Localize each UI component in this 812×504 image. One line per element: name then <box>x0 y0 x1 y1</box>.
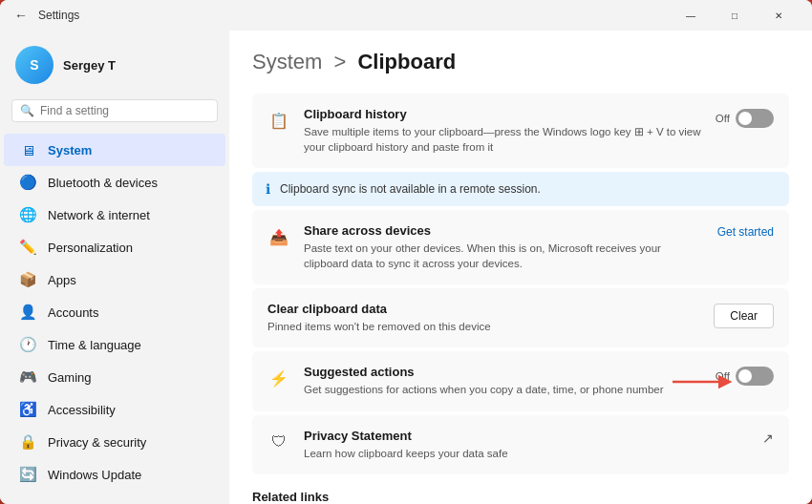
window-title: Settings <box>38 9 79 22</box>
clear-clipboard-body: Clear clipboard data Pinned items won't … <box>267 302 700 334</box>
breadcrumb-parent[interactable]: System <box>252 50 322 74</box>
titlebar: ← Settings — □ ✕ <box>0 0 812 31</box>
clipboard-history-card: 📋 Clipboard history Save multiple items … <box>252 94 789 168</box>
privacy-icon: 🛡 <box>267 430 290 453</box>
sidebar-item-system[interactable]: 🖥 System <box>4 134 225 166</box>
breadcrumb-current: Clipboard <box>357 50 456 74</box>
clear-clipboard-title: Clear clipboard data <box>267 302 700 316</box>
close-button[interactable]: ✕ <box>757 0 801 31</box>
back-button[interactable]: ← <box>11 6 31 25</box>
sidebar-item-bluetooth[interactable]: 🔵 Bluetooth & devices <box>4 166 225 199</box>
sidebar-item-network[interactable]: 🌐 Network & internet <box>4 199 225 231</box>
avatar: S <box>15 46 53 84</box>
notice-bar: ℹ Clipboard sync is not available in a r… <box>252 172 789 206</box>
maximize-button[interactable]: □ <box>713 0 757 31</box>
related-links-header: Related links <box>252 490 789 504</box>
minimize-button[interactable]: — <box>669 0 713 31</box>
clipboard-history-icon: 📋 <box>267 109 290 132</box>
main-content: System > Clipboard 📋 Clipboard history S… <box>229 31 812 504</box>
sidebar-item-privacy[interactable]: 🔒 Privacy & security <box>4 426 225 458</box>
privacy-external-icon[interactable]: ↗ <box>762 430 774 446</box>
sidebar-item-personalization[interactable]: ✏️ Personalization <box>4 231 225 263</box>
sidebar-item-update[interactable]: 🔄 Windows Update <box>4 458 225 491</box>
search-box[interactable]: 🔍 <box>11 99 218 122</box>
privacy-label: Privacy & security <box>48 435 146 450</box>
privacy-body: Privacy Statement Learn how clipboard ke… <box>304 429 749 461</box>
suggested-actions-desc: Get suggestions for actions when you cop… <box>304 382 702 397</box>
bluetooth-label: Bluetooth & devices <box>48 176 158 190</box>
clipboard-history-body: Clipboard history Save multiple items to… <box>304 107 702 155</box>
share-devices-title: Share across devices <box>304 223 704 238</box>
suggested-actions-card: ⚡ Suggested actions Get suggestions for … <box>252 351 789 410</box>
notice-text: Clipboard sync is not available in a rem… <box>280 182 541 196</box>
suggested-actions-title: Suggested actions <box>304 365 702 379</box>
network-icon: 🌐 <box>19 206 36 223</box>
suggested-actions-action: Off <box>716 367 774 386</box>
user-section: S Sergey T <box>0 38 229 99</box>
system-icon: 🖥 <box>19 141 36 158</box>
clipboard-history-toggle[interactable] <box>736 109 774 128</box>
share-devices-icon: 📤 <box>267 225 290 248</box>
sidebar-item-accessibility[interactable]: ♿ Accessibility <box>4 393 225 426</box>
breadcrumb: System > Clipboard <box>252 50 789 74</box>
share-devices-body: Share across devices Paste text on your … <box>304 223 704 271</box>
settings-window: ← Settings — □ ✕ S Sergey T 🔍 🖥 System 🔵… <box>0 0 812 504</box>
time-icon: 🕐 <box>19 336 36 353</box>
accessibility-label: Accessibility <box>48 403 116 417</box>
sidebar-item-time[interactable]: 🕐 Time & language <box>4 328 225 361</box>
sidebar: S Sergey T 🔍 🖥 System 🔵 Bluetooth & devi… <box>0 31 229 504</box>
share-devices-desc: Paste text on your other devices. When t… <box>304 241 704 271</box>
clear-clipboard-desc: Pinned items won't be removed on this de… <box>267 319 700 334</box>
suggested-actions-toggle[interactable] <box>736 367 774 386</box>
info-icon: ℹ <box>266 181 270 197</box>
accounts-label: Accounts <box>48 305 98 320</box>
privacy-statement-card: 🛡 Privacy Statement Learn how clipboard … <box>252 415 789 474</box>
clipboard-history-action: Off <box>716 109 774 128</box>
get-started-button[interactable]: Get started <box>717 225 774 239</box>
search-icon: 🔍 <box>20 104 34 117</box>
clear-clipboard-card: Clear clipboard data Pinned items won't … <box>252 288 789 347</box>
clipboard-history-toggle-label: Off <box>716 113 730 124</box>
sidebar-item-apps[interactable]: 📦 Apps <box>4 263 225 296</box>
network-label: Network & internet <box>48 208 150 222</box>
privacy-icon: 🔒 <box>19 433 36 451</box>
toggle-knob <box>738 112 752 125</box>
time-label: Time & language <box>48 338 141 352</box>
share-devices-card: 📤 Share across devices Paste text on you… <box>252 210 789 284</box>
bluetooth-icon: 🔵 <box>19 174 36 191</box>
breadcrumb-arrow: > <box>333 50 346 74</box>
update-label: Windows Update <box>48 468 141 482</box>
system-label: System <box>48 143 92 158</box>
sidebar-item-gaming[interactable]: 🎮 Gaming <box>4 361 225 393</box>
personalization-label: Personalization <box>48 241 133 255</box>
user-name: Sergey T <box>63 58 116 73</box>
privacy-title: Privacy Statement <box>304 429 749 443</box>
search-input[interactable] <box>40 104 209 117</box>
gaming-label: Gaming <box>48 370 92 385</box>
clear-button[interactable]: Clear <box>714 304 774 328</box>
privacy-action: ↗ <box>762 430 774 446</box>
clipboard-history-desc: Save multiple items to your clipboard—pr… <box>304 124 702 155</box>
nav-list: 🖥 System 🔵 Bluetooth & devices 🌐 Network… <box>0 134 229 491</box>
share-devices-action: Get started <box>717 225 774 239</box>
apps-label: Apps <box>48 273 76 287</box>
content-area: S Sergey T 🔍 🖥 System 🔵 Bluetooth & devi… <box>0 31 812 504</box>
clipboard-history-title: Clipboard history <box>304 107 702 121</box>
sidebar-item-accounts[interactable]: 👤 Accounts <box>4 296 225 328</box>
privacy-desc: Learn how clipboard keeps your data safe <box>304 446 749 461</box>
suggested-toggle-knob <box>738 369 752 383</box>
suggested-actions-toggle-label: Off <box>716 370 730 382</box>
accessibility-icon: ♿ <box>19 401 36 418</box>
personalization-icon: ✏️ <box>19 239 36 256</box>
accounts-icon: 👤 <box>19 304 36 321</box>
clear-clipboard-action: Clear <box>714 304 774 328</box>
window-controls: — □ ✕ <box>669 0 801 31</box>
suggested-actions-body: Suggested actions Get suggestions for ac… <box>304 365 702 397</box>
update-icon: 🔄 <box>19 466 36 483</box>
suggested-actions-icon: ⚡ <box>267 367 290 389</box>
gaming-icon: 🎮 <box>19 368 36 386</box>
apps-icon: 📦 <box>19 271 36 288</box>
